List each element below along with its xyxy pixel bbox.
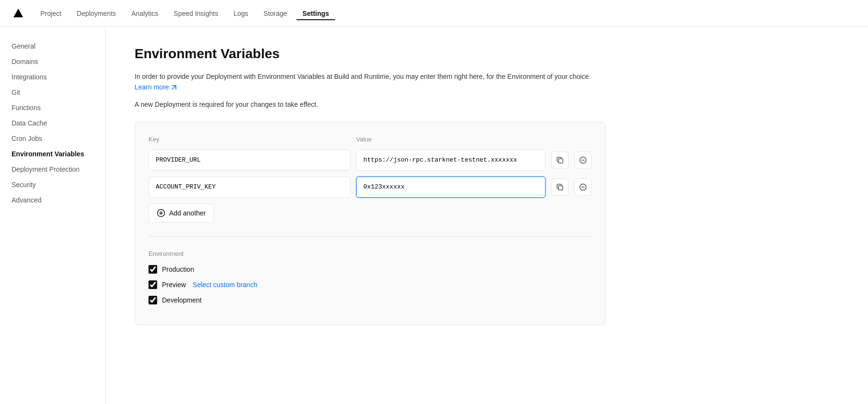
- col-header-key: Key: [149, 136, 350, 143]
- nav-deployments[interactable]: Deployments: [71, 7, 122, 20]
- sidebar-item-environment-variables[interactable]: Environment Variables: [0, 146, 105, 162]
- nav-speed-insights[interactable]: Speed Insights: [168, 7, 224, 20]
- development-checkbox[interactable]: [149, 296, 157, 304]
- sidebar-item-deployment-protection[interactable]: Deployment Protection: [0, 162, 105, 177]
- sidebar-item-general[interactable]: General: [0, 38, 105, 54]
- copy-icon-2: [556, 183, 564, 191]
- preview-label: Preview: [162, 281, 186, 289]
- environment-section-title: Environment: [149, 250, 592, 257]
- value-input-1[interactable]: [356, 150, 546, 171]
- description-text: In order to provide your Deployment with…: [135, 71, 606, 93]
- logo[interactable]: [12, 7, 25, 20]
- layout: General Domains Integrations Git Functio…: [0, 27, 868, 404]
- main-content: Environment Variables In order to provid…: [106, 27, 634, 404]
- preview-row: Preview Select custom branch: [149, 280, 592, 289]
- development-row: Development: [149, 296, 592, 304]
- sidebar-item-data-cache[interactable]: Data Cache: [0, 115, 105, 131]
- sidebar-item-cron-jobs[interactable]: Cron Jobs: [0, 131, 105, 146]
- top-nav: Project Deployments Analytics Speed Insi…: [0, 0, 868, 27]
- sidebar-item-integrations[interactable]: Integrations: [0, 69, 105, 85]
- nav-project[interactable]: Project: [35, 7, 67, 20]
- svg-rect-4: [558, 186, 563, 190]
- description-part1: In order to provide your Deployment with…: [135, 73, 591, 80]
- nav-storage[interactable]: Storage: [258, 7, 293, 20]
- copy-icon-1: [556, 156, 564, 164]
- environment-section: Environment Production Preview Select cu…: [149, 250, 592, 304]
- sidebar-item-domains[interactable]: Domains: [0, 54, 105, 69]
- external-link-icon: [171, 85, 177, 90]
- production-row: Production: [149, 265, 592, 274]
- production-label: Production: [162, 265, 194, 273]
- select-custom-branch-link[interactable]: Select custom branch: [193, 281, 258, 289]
- minus-circle-icon-2: [579, 183, 587, 191]
- env-row-1: [149, 150, 592, 171]
- sidebar-item-advanced[interactable]: Advanced: [0, 192, 105, 208]
- value-input-2[interactable]: [356, 177, 546, 198]
- nav-analytics[interactable]: Analytics: [125, 7, 164, 20]
- plus-circle-icon: [157, 209, 165, 217]
- col-header-value: Value: [356, 136, 592, 143]
- remove-button-2[interactable]: [574, 178, 592, 196]
- minus-circle-icon-1: [579, 156, 587, 164]
- learn-more-link[interactable]: Learn more: [135, 82, 177, 92]
- svg-rect-1: [558, 159, 563, 163]
- nav-logs[interactable]: Logs: [228, 7, 254, 20]
- production-checkbox[interactable]: [149, 265, 157, 274]
- preview-checkbox[interactable]: [149, 280, 157, 289]
- key-input-2[interactable]: [149, 177, 350, 198]
- sidebar-item-security[interactable]: Security: [0, 177, 105, 192]
- nav-settings[interactable]: Settings: [297, 7, 335, 20]
- sidebar: General Domains Integrations Git Functio…: [0, 27, 106, 404]
- env-variables-card: Key Value: [135, 122, 606, 325]
- divider: [149, 236, 592, 237]
- learn-more-text: Learn more: [135, 82, 169, 92]
- key-input-1[interactable]: [149, 150, 350, 171]
- svg-marker-0: [13, 9, 23, 17]
- col-headers: Key Value: [149, 136, 592, 148]
- copy-button-2[interactable]: [551, 178, 569, 196]
- add-another-label: Add another: [169, 209, 206, 217]
- page-title: Environment Variables: [135, 46, 606, 62]
- sidebar-item-functions[interactable]: Functions: [0, 100, 105, 115]
- sidebar-item-git[interactable]: Git: [0, 85, 105, 100]
- development-label: Development: [162, 296, 202, 304]
- copy-button-1[interactable]: [551, 152, 569, 169]
- add-another-button[interactable]: Add another: [149, 203, 214, 223]
- notice-text: A new Deployment is required for your ch…: [135, 101, 606, 108]
- env-row-2: [149, 177, 592, 198]
- remove-button-1[interactable]: [574, 152, 592, 169]
